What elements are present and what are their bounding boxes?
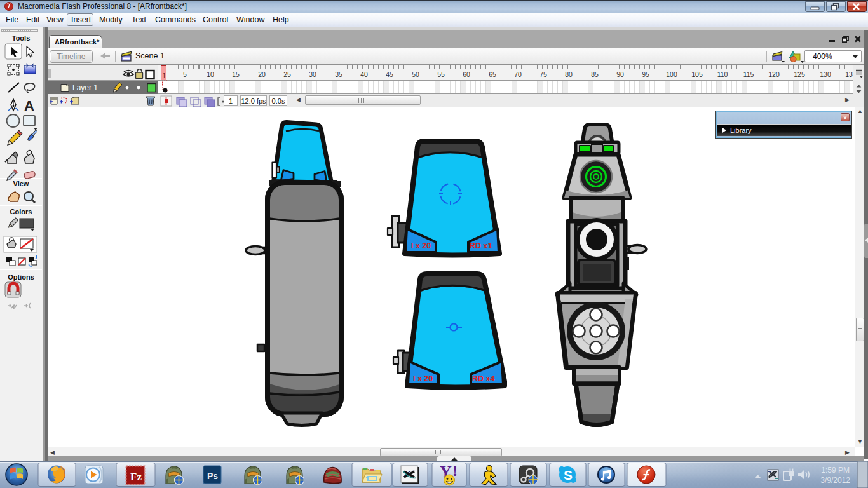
svg-text:RD x1: RD x1 [470, 241, 492, 250]
svg-text:I x 20: I x 20 [411, 241, 431, 250]
svg-text:Fz: Fz [130, 471, 142, 483]
svg-text:Ps: Ps [207, 471, 218, 481]
svg-text:I x 20: I x 20 [413, 374, 433, 383]
svg-text:A: A [24, 98, 34, 114]
svg-text:RD x4: RD x4 [472, 374, 494, 383]
svg-text:S: S [564, 468, 573, 482]
